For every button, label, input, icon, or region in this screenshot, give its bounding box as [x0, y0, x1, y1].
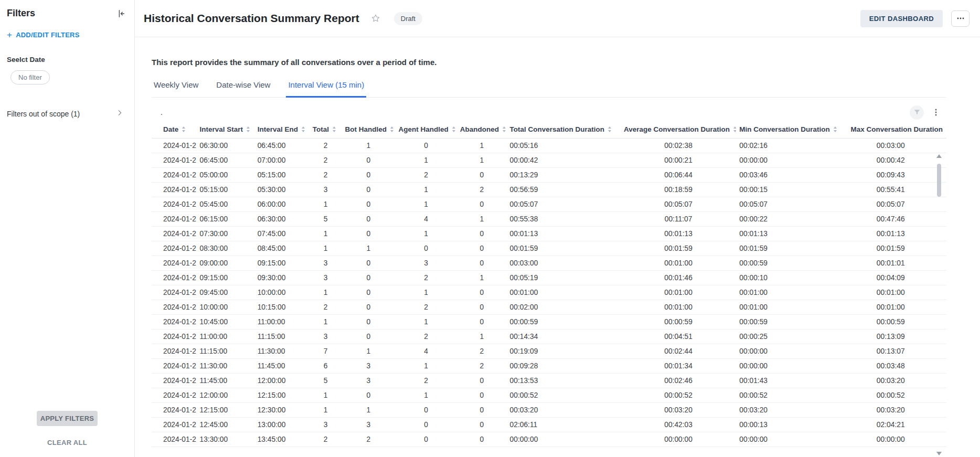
column-header-bot-handled[interactable]: Bot Handled [342, 121, 395, 138]
sort-icon[interactable] [182, 126, 185, 132]
cell: 00:05:07 [847, 197, 946, 211]
edit-dashboard-button[interactable]: EDIT DASHBOARD [860, 10, 943, 27]
cell: 3 [342, 373, 395, 388]
scroll-down-arrow-icon[interactable] [936, 452, 942, 455]
sort-icon[interactable] [834, 126, 837, 132]
table-row[interactable]: 2024-01-2307:30:0007:45:00101000:01:1300… [152, 226, 946, 241]
status-badge: Draft [394, 12, 422, 25]
filters-out-of-scope-toggle[interactable]: Filters out of scope (1) [7, 109, 126, 118]
cell: 0 [457, 373, 507, 388]
cell: 0 [457, 388, 507, 402]
favorite-star-icon[interactable] [371, 14, 380, 23]
column-header-abandoned[interactable]: Abandoned [457, 121, 507, 138]
cell: 00:19:09 [507, 344, 621, 358]
cell: 0 [395, 432, 456, 447]
column-header-max-conversation-duration[interactable]: Max Conversation Duration [847, 121, 946, 138]
column-header-date[interactable]: Date [152, 121, 196, 138]
table-row[interactable]: 2024-01-2406:45:0007:00:00201100:00:4200… [152, 153, 946, 167]
cell: 00:03:20 [621, 402, 736, 417]
more-menu-button[interactable] [951, 10, 970, 27]
tab-interval-view-15-min[interactable]: Interval View (15 min) [286, 80, 366, 98]
table-row[interactable]: 2024-01-2406:30:0006:45:00210100:05:1600… [152, 138, 946, 153]
sort-icon[interactable] [608, 126, 611, 132]
report-description: This report provides the summary of all … [152, 58, 946, 67]
column-header-total[interactable]: Total [310, 121, 342, 138]
cell: 02:04:21 [847, 417, 946, 432]
tab-date-wise-view[interactable]: Date-wise View [214, 80, 272, 98]
sort-icon[interactable] [733, 126, 736, 132]
cell: 00:05:07 [507, 197, 621, 211]
tab-weekly-view[interactable]: Weekly View [152, 80, 200, 98]
cell: 11:00:00 [254, 314, 310, 329]
cell: 00:03:20 [507, 402, 621, 417]
cell: 0 [457, 314, 507, 329]
table-row[interactable]: 2024-01-2308:30:0008:45:00110000:01:5900… [152, 241, 946, 256]
cell: 0 [342, 270, 395, 285]
table-row[interactable]: 2024-01-2311:00:0011:15:00302100:14:3400… [152, 329, 946, 344]
cell: 0 [342, 182, 395, 197]
scroll-up-arrow-icon[interactable] [936, 154, 942, 158]
table-row[interactable]: 2024-01-2310:00:0010:15:00202000:02:0000… [152, 300, 946, 314]
column-header-total-conversation-duration[interactable]: Total Conversation Duration [507, 121, 621, 138]
cell: 00:03:20 [847, 373, 946, 388]
column-header-interval-end[interactable]: Interval End [254, 121, 310, 138]
cell: 2 [310, 138, 342, 153]
column-header-average-conversation-duration[interactable]: Average Conversation Duration [621, 121, 736, 138]
table-scrollbar[interactable] [936, 154, 942, 457]
table-row[interactable]: 2024-01-2309:45:0010:00:00101000:01:0000… [152, 285, 946, 300]
cell: 2024-01-23 [152, 373, 196, 388]
table-row[interactable]: 2024-01-2305:45:0006:00:00101000:05:0700… [152, 197, 946, 211]
cell: 2 [395, 270, 456, 285]
cell: 00:04:09 [847, 270, 946, 285]
table-row[interactable]: 2024-01-2312:15:0012:30:00110000:03:2000… [152, 402, 946, 417]
cell: 00:09:43 [847, 167, 946, 182]
add-edit-filters-button[interactable]: + ADD/EDIT FILTERS [7, 30, 126, 39]
select-date-label: Seelct Date [7, 56, 126, 63]
column-label: Date [163, 125, 178, 133]
cell: 06:45:00 [254, 138, 310, 153]
table-row[interactable]: 2024-01-2313:30:0013:45:00220000:00:0000… [152, 432, 946, 447]
sort-icon[interactable] [452, 126, 455, 132]
widget-toolbar: . [152, 104, 946, 121]
filter-funnel-icon[interactable] [910, 105, 924, 120]
clear-all-button[interactable]: CLEAR ALL [47, 439, 87, 447]
table-row[interactable]: 2024-01-2311:45:0012:00:00532000:13:5300… [152, 373, 946, 388]
table-row[interactable]: 2024-01-2309:15:0009:30:00302100:05:1900… [152, 270, 946, 285]
column-header-min-conversation-duration[interactable]: Min Conversation Duration [736, 121, 847, 138]
table-row[interactable]: 2024-01-2311:30:0011:45:00631200:09:2800… [152, 358, 946, 373]
sort-icon[interactable] [247, 126, 250, 132]
cell: 2024-01-23 [152, 358, 196, 373]
no-filter-chip[interactable]: No filter [10, 70, 50, 84]
cell: 1 [310, 241, 342, 256]
cell: 09:15:00 [254, 256, 310, 270]
apply-filters-button[interactable]: APPLY FILTERS [37, 411, 98, 426]
table-row[interactable]: 2024-01-2305:00:0005:15:00202000:13:2900… [152, 167, 946, 182]
table-row[interactable]: 2024-01-2306:15:0006:30:00504100:55:3800… [152, 211, 946, 226]
cell: 00:01:59 [736, 241, 847, 256]
cell: 1 [395, 358, 456, 373]
table-row[interactable]: 2024-01-2312:00:0012:15:00101000:00:5200… [152, 388, 946, 402]
table-row[interactable]: 2024-01-2311:15:0011:30:00714200:19:0900… [152, 344, 946, 358]
kebab-menu-icon[interactable] [932, 108, 940, 116]
cell: 0 [342, 285, 395, 300]
scrollbar-thumb[interactable] [937, 164, 941, 197]
sort-icon[interactable] [333, 126, 336, 132]
cell: 0 [457, 432, 507, 447]
column-header-interval-start[interactable]: Interval Start [196, 121, 254, 138]
cell: 2024-01-23 [152, 270, 196, 285]
cell: 00:00:59 [736, 256, 847, 270]
cell: 06:00:00 [254, 197, 310, 211]
table-row[interactable]: 2024-01-2305:15:0005:30:00301200:56:5900… [152, 182, 946, 197]
column-label: Abandoned [460, 125, 499, 133]
table-row[interactable]: 2024-01-2310:45:0011:00:00101000:00:5900… [152, 314, 946, 329]
cell: 00:01:00 [507, 285, 621, 300]
collapse-sidebar-icon[interactable] [116, 9, 126, 18]
table-row[interactable]: 2024-01-2309:00:0009:15:00303000:03:0000… [152, 256, 946, 270]
sort-icon[interactable] [390, 126, 393, 132]
cell: 2 [342, 432, 395, 447]
sort-icon[interactable] [503, 126, 506, 132]
cell: 02:06:11 [507, 417, 621, 432]
sort-icon[interactable] [302, 126, 305, 132]
column-header-agent-handled[interactable]: Agent Handled [395, 121, 456, 138]
table-row[interactable]: 2024-01-2312:45:0013:00:00330002:06:1100… [152, 417, 946, 432]
